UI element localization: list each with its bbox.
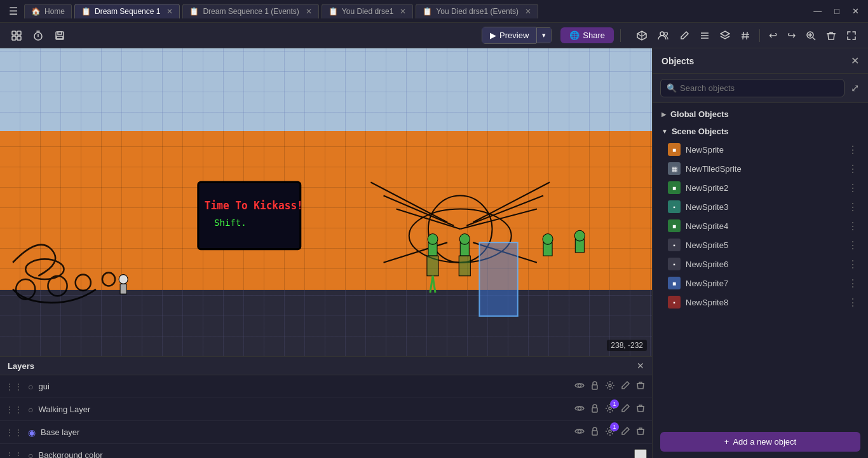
object-menu-newsprite8[interactable]: ⋮	[846, 296, 859, 309]
layer-visible-toggle-walking[interactable]	[573, 402, 586, 417]
layer-drag-handle-walking[interactable]: ⋮⋮	[5, 405, 23, 415]
search-expand-button[interactable]: ⤢	[850, 81, 860, 95]
search-objects-input[interactable]	[660, 79, 844, 97]
global-objects-arrow: ▶	[661, 111, 667, 118]
scene-objects-section[interactable]: ▼ Scene Objects	[653, 123, 868, 140]
tab-you-died-drse1-events-label: You Died drse1 (Events)	[436, 7, 519, 16]
pencil-button[interactable]	[675, 28, 693, 43]
people-button[interactable]	[654, 27, 673, 44]
layer-edit-walking[interactable]	[619, 402, 632, 417]
redo-button[interactable]: ↪	[783, 27, 799, 44]
layer-background-color-swatch[interactable]	[634, 449, 647, 459]
delete-button[interactable]	[822, 28, 840, 43]
tab-you-died-drse1-events[interactable]: 📋 You Died drse1 (Events) ✕	[416, 4, 538, 18]
tab-home[interactable]: 🏠 Home	[24, 4, 72, 18]
list-item-newsprite8[interactable]: ▪ NewSprite8 ⋮	[653, 293, 868, 312]
object-menu-newsprite5[interactable]: ⋮	[846, 239, 859, 251]
layer-edit-gui[interactable]	[619, 379, 632, 394]
canvas-inner: Time To Kickass! Shift.	[0, 48, 652, 356]
layer-delete-walking[interactable]	[634, 402, 647, 417]
layer-edit-base[interactable]	[619, 425, 632, 440]
list-item-newsprite[interactable]: ■ NewSprite ⋮	[653, 140, 868, 159]
tab-you-died-drse1-label: You Died drse1	[342, 7, 394, 16]
save-button[interactable]	[51, 28, 69, 43]
object-menu-newsprite2[interactable]: ⋮	[846, 182, 859, 194]
expand-button[interactable]	[843, 28, 860, 43]
layers-toggle-button[interactable]	[716, 28, 734, 43]
svg-line-14	[747, 32, 747, 39]
grid-button[interactable]	[8, 28, 25, 43]
global-objects-section[interactable]: ▶ Global Objects	[653, 106, 868, 123]
timer-button[interactable]	[29, 28, 47, 43]
svg-rect-7	[57, 36, 63, 39]
layer-visible-toggle-base[interactable]	[573, 425, 586, 440]
object-menu-newtiledsprite[interactable]: ⋮	[846, 163, 859, 175]
tab-you-died-drse1[interactable]: 📋 You Died drse1 ✕	[322, 4, 414, 18]
object-menu-newsprite[interactable]: ⋮	[846, 144, 859, 156]
tab-dream-seq1-label: Dream Sequence 1	[95, 7, 160, 16]
share-button[interactable]: 🌐 Share	[560, 27, 614, 43]
tab-dream-seq1-events-close[interactable]: ✕	[306, 7, 312, 16]
layer-delete-gui[interactable]	[634, 379, 647, 394]
close-button[interactable]: ✕	[848, 5, 863, 17]
object-menu-newsprite7[interactable]: ⋮	[846, 277, 859, 289]
tab-you-died-drse1-close[interactable]: ✕	[400, 7, 406, 16]
list-item-newsprite6[interactable]: ▪ NewSprite6 ⋮	[653, 254, 868, 274]
tab-you-died-drse1-events-close[interactable]: ✕	[525, 7, 531, 16]
layer-visibility-bg[interactable]: ○	[27, 449, 34, 459]
object-icon-newsprite3: ▪	[668, 200, 681, 213]
layer-actions-base: 1	[573, 425, 647, 440]
minimize-button[interactable]: —	[810, 5, 825, 17]
layer-settings-walking[interactable]: 1	[604, 402, 616, 417]
object-icon-newtiledsprite: ▦	[668, 162, 681, 175]
list-item-newsprite3[interactable]: ▪ NewSprite3 ⋮	[653, 197, 868, 216]
list-item-newtiledsprite[interactable]: ▦ NewTiledSprite ⋮	[653, 159, 868, 178]
hash-button[interactable]	[736, 28, 754, 43]
layer-drag-handle-gui[interactable]: ⋮⋮	[5, 382, 23, 392]
layer-lock-base[interactable]	[588, 425, 601, 440]
svg-line-13	[743, 32, 743, 39]
layer-settings-base[interactable]: 1	[604, 425, 616, 440]
object-menu-newsprite3[interactable]: ⋮	[846, 201, 859, 213]
list-item-newsprite4[interactable]: ■ NewSprite4 ⋮	[653, 216, 868, 235]
game-canvas[interactable]: Time To Kickass! Shift.	[0, 48, 652, 356]
maximize-button[interactable]: □	[831, 5, 843, 17]
list-item-newsprite7[interactable]: ■ NewSprite7 ⋮	[653, 274, 868, 293]
layer-lock-gui[interactable]	[588, 379, 601, 394]
list-item-newsprite2[interactable]: ■ NewSprite2 ⋮	[653, 178, 868, 197]
layer-visibility-gui[interactable]: ○	[27, 380, 34, 393]
tab-dream-sequence-1-events[interactable]: 📋 Dream Sequence 1 (Events) ✕	[182, 4, 318, 18]
svg-point-57	[609, 384, 611, 387]
layer-drag-handle-base[interactable]: ⋮⋮	[5, 427, 23, 438]
layer-visible-toggle-gui[interactable]	[573, 379, 586, 394]
scene-objects-label: Scene Objects	[672, 127, 729, 136]
preview-main-button[interactable]: ▶ Preview	[482, 27, 536, 44]
tab-dream-seq1-close[interactable]: ✕	[166, 7, 173, 16]
layer-visibility-base[interactable]: ◉	[27, 426, 37, 439]
object-name-newtiledsprite: NewTiledSprite	[686, 164, 841, 174]
preview-dropdown-button[interactable]: ▾	[536, 27, 552, 43]
object-icon-newsprite2: ■	[668, 181, 681, 194]
list-button[interactable]	[696, 28, 714, 43]
sidebar-close-button[interactable]: ✕	[851, 55, 859, 67]
sidebar-title: Objects	[661, 56, 694, 66]
object-menu-newsprite4[interactable]: ⋮	[846, 220, 859, 232]
object-menu-newsprite6[interactable]: ⋮	[846, 258, 859, 270]
svg-rect-3	[17, 36, 21, 40]
tab-dream-sequence-1[interactable]: 📋 Dream Sequence 1 ✕	[74, 4, 180, 18]
layer-drag-handle-bg[interactable]: ⋮⋮	[5, 450, 23, 459]
add-object-button[interactable]: + Add a new object	[660, 432, 860, 452]
layer-lock-walking[interactable]	[588, 402, 601, 417]
object-icon-newsprite5: ▪	[668, 239, 681, 251]
svg-point-58	[578, 407, 581, 410]
object3d-button[interactable]	[632, 27, 651, 44]
layer-delete-base[interactable]	[634, 425, 647, 440]
layers-close-button[interactable]: ✕	[637, 361, 644, 371]
zoom-in-button[interactable]	[802, 28, 820, 43]
list-item-newsprite5[interactable]: ▪ NewSprite5 ⋮	[653, 235, 868, 254]
layer-settings-gui[interactable]	[604, 379, 616, 394]
layer-visibility-walking[interactable]: ○	[27, 403, 34, 416]
undo-button[interactable]: ↩	[765, 27, 781, 44]
menu-button[interactable]: ☰	[5, 3, 22, 20]
preview-play-icon: ▶	[490, 31, 496, 40]
